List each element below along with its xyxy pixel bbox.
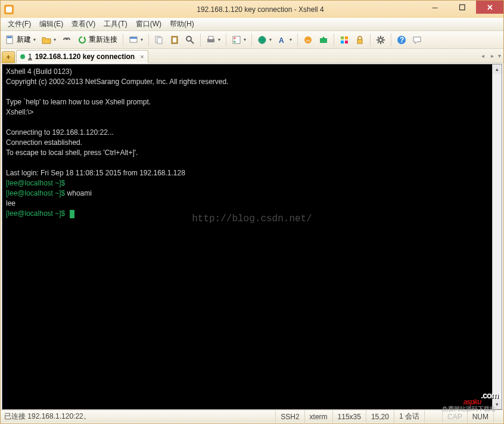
close-button[interactable]: ✕ bbox=[476, 1, 503, 14]
refresh-icon bbox=[77, 35, 87, 45]
menu-file[interactable]: 文件(F) bbox=[4, 18, 35, 30]
svg-rect-11 bbox=[209, 36, 213, 39]
properties-icon bbox=[232, 35, 241, 45]
print-button[interactable] bbox=[204, 33, 223, 47]
term-prompt: [lee@localhost ~]$ bbox=[6, 189, 65, 197]
font-icon: A bbox=[278, 35, 287, 45]
open-button[interactable] bbox=[39, 33, 58, 47]
menu-help[interactable]: 帮助(H) bbox=[166, 18, 198, 30]
term-line: Xshell 4 (Build 0123) bbox=[6, 67, 72, 76]
copy-button[interactable] bbox=[152, 33, 166, 47]
terminal[interactable]: Xshell 4 (Build 0123) Copyright (c) 2002… bbox=[2, 64, 502, 221]
status-protocol: SSH2 bbox=[275, 410, 304, 423]
speech-bubble-icon bbox=[412, 35, 422, 45]
session-button[interactable] bbox=[126, 33, 145, 47]
toolbar: 新建 重新连接 A ? bbox=[1, 31, 503, 49]
svg-rect-23 bbox=[357, 39, 362, 44]
tab-current[interactable]: 1 192.168.1.120 key connection × bbox=[16, 50, 148, 63]
xftp-button[interactable] bbox=[316, 33, 331, 47]
connection-status-icon bbox=[20, 54, 25, 59]
help-icon: ? bbox=[397, 35, 406, 45]
menubar: 文件(F) 编辑(E) 查看(V) 工具(T) 窗口(W) 帮助(H) bbox=[1, 18, 503, 31]
tabbar: + 1 192.168.1.120 key connection × ◂ ▸ ▾ bbox=[1, 49, 503, 63]
term-line: To escape to local shell, press 'Ctrl+Al… bbox=[6, 148, 138, 157]
term-prompt: [lee@localhost ~]$ bbox=[6, 209, 65, 218]
new-file-icon bbox=[5, 35, 15, 45]
status-termtype: xterm bbox=[304, 410, 332, 423]
paste-button[interactable] bbox=[167, 33, 182, 47]
terminal-pane: Xshell 4 (Build 0123) Copyright (c) 2002… bbox=[2, 64, 502, 410]
menu-edit[interactable]: 编辑(E) bbox=[36, 18, 67, 30]
menu-tools[interactable]: 工具(T) bbox=[100, 18, 130, 30]
printer-icon bbox=[206, 35, 216, 45]
svg-text:A: A bbox=[279, 36, 284, 45]
svg-rect-7 bbox=[173, 38, 176, 42]
link-button[interactable] bbox=[60, 33, 74, 47]
svg-point-14 bbox=[234, 41, 236, 42]
separator bbox=[297, 33, 298, 47]
separator bbox=[251, 33, 252, 47]
separator bbox=[334, 33, 334, 47]
term-prompt: [lee@localhost ~]$ bbox=[6, 179, 65, 187]
status-sessions: 1 会话 bbox=[394, 410, 424, 423]
scroll-up-button[interactable]: ▴ bbox=[493, 64, 502, 74]
paste-icon bbox=[170, 35, 179, 45]
lock-icon bbox=[355, 35, 365, 45]
scroll-down-button[interactable]: ▾ bbox=[493, 400, 502, 409]
xftp-icon bbox=[319, 35, 328, 45]
tab-close-button[interactable]: × bbox=[140, 53, 144, 60]
copy-icon bbox=[154, 35, 164, 45]
find-button[interactable] bbox=[183, 33, 197, 47]
session-icon bbox=[129, 35, 138, 45]
svg-rect-1 bbox=[7, 36, 12, 38]
term-line: Copyright (c) 2002-2013 NetSarang Comput… bbox=[6, 78, 229, 86]
titlebar: 192.168.1.120 key connection - Xshell 4 … bbox=[1, 1, 503, 18]
svg-rect-19 bbox=[341, 36, 344, 39]
svg-text:?: ? bbox=[400, 36, 404, 44]
app-icon bbox=[4, 5, 14, 14]
tab-menu[interactable]: ▾ bbox=[495, 50, 503, 61]
settings-button[interactable] bbox=[374, 33, 388, 47]
term-line: Last login: Fri Sep 18 11:08:15 2015 fro… bbox=[6, 169, 185, 177]
svg-rect-3 bbox=[130, 37, 137, 39]
menu-view[interactable]: 查看(V) bbox=[68, 18, 99, 30]
tile-button[interactable] bbox=[337, 33, 351, 47]
tab-label: 192.168.1.120 key connection bbox=[35, 52, 135, 61]
status-caps: CAP bbox=[442, 410, 467, 423]
xagent-icon bbox=[303, 35, 313, 45]
scrollbar[interactable]: ▴ ▾ bbox=[492, 64, 502, 409]
lock-button[interactable] bbox=[353, 33, 367, 47]
help-button[interactable]: ? bbox=[394, 33, 409, 47]
separator bbox=[391, 33, 391, 47]
new-tab-button[interactable]: + bbox=[2, 51, 15, 63]
xagent-button[interactable] bbox=[301, 33, 315, 47]
status-connection: 已连接 192.168.1.120:22。 bbox=[1, 411, 275, 422]
term-line: Connecting to 192.168.1.120:22... bbox=[6, 128, 114, 137]
svg-rect-18 bbox=[320, 38, 327, 43]
separator bbox=[123, 33, 123, 47]
maximize-button[interactable]: ☐ bbox=[449, 1, 476, 14]
reconnect-button[interactable]: 重新连接 bbox=[75, 33, 120, 47]
menu-window[interactable]: 窗口(W) bbox=[132, 18, 165, 30]
gear-icon bbox=[376, 35, 385, 45]
color-scheme-button[interactable] bbox=[255, 33, 274, 47]
cursor bbox=[70, 210, 74, 218]
feedback-button[interactable] bbox=[410, 33, 424, 47]
tab-index: 1 bbox=[28, 52, 32, 61]
tab-scroll-left[interactable]: ◂ bbox=[478, 50, 487, 61]
window-controls: ─ ☐ ✕ bbox=[421, 1, 503, 14]
term-line: Connection established. bbox=[6, 138, 82, 147]
svg-rect-22 bbox=[345, 41, 348, 44]
svg-rect-5 bbox=[157, 38, 162, 44]
svg-point-8 bbox=[186, 36, 191, 41]
link-icon bbox=[62, 35, 71, 45]
statusbar: 已连接 192.168.1.120:22。 SSH2 xterm 115x35 … bbox=[1, 410, 503, 423]
new-button[interactable]: 新建 bbox=[3, 33, 38, 47]
status-size: 115x35 bbox=[332, 410, 366, 423]
minimize-button[interactable]: ─ bbox=[421, 1, 449, 14]
font-button[interactable]: A bbox=[275, 33, 294, 47]
folder-open-icon bbox=[42, 35, 51, 45]
separator bbox=[148, 33, 149, 47]
separator bbox=[370, 33, 371, 47]
properties-button[interactable] bbox=[229, 33, 248, 47]
